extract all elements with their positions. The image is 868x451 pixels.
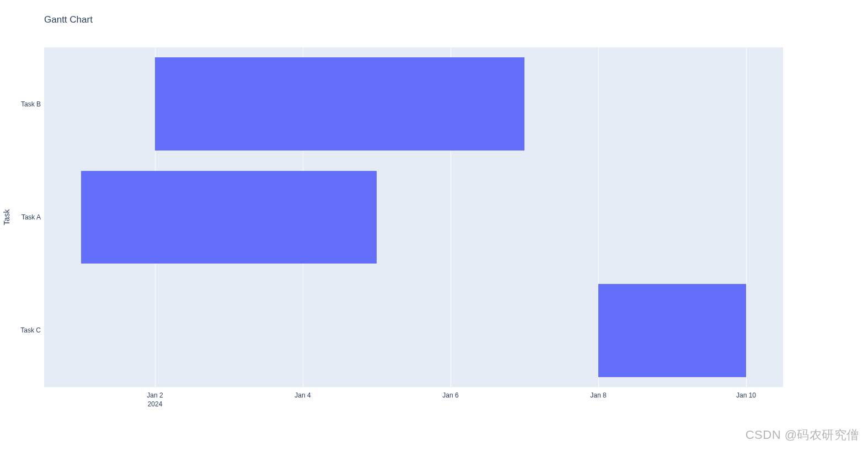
gantt-bar-task-a[interactable] <box>81 171 377 264</box>
y-tick-label: Task B <box>8 100 41 108</box>
x-tick-label: Jan 6 <box>442 391 458 399</box>
x-tick-label: Jan 2 <box>147 391 163 399</box>
gridline <box>746 47 747 387</box>
chart-title: Gantt Chart <box>44 14 93 25</box>
x-tick-label: Jan 4 <box>294 391 310 399</box>
x-tick-label: Jan 10 <box>736 391 756 399</box>
plot-area[interactable] <box>44 47 783 387</box>
y-tick-label: Task A <box>8 213 41 221</box>
gantt-chart-container: Gantt Chart Task CSDN @码农研究僧 Task BTask … <box>0 0 868 451</box>
gantt-bar-task-c[interactable] <box>598 284 746 377</box>
gantt-bar-task-b[interactable] <box>155 57 524 150</box>
x-tick-label: Jan 8 <box>590 391 606 399</box>
y-tick-label: Task C <box>8 326 41 334</box>
watermark-text: CSDN @码农研究僧 <box>746 427 859 443</box>
x-axis-year: 2024 <box>148 400 163 408</box>
